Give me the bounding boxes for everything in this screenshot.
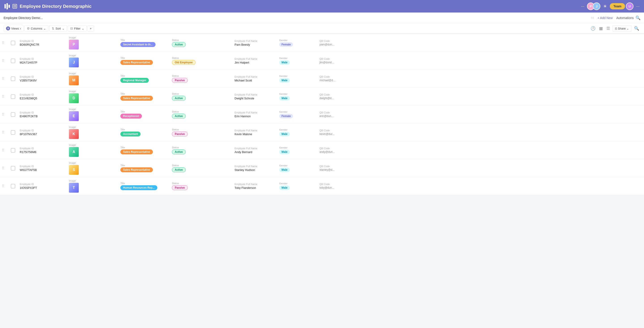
qr-value: kevin@dur... [320, 132, 361, 136]
qr-label: QR Code [320, 58, 361, 60]
row-drag-handle[interactable]: ⠿ [0, 182, 9, 190]
row-drag-handle[interactable]: ⠿ [0, 93, 9, 100]
automations-button[interactable]: Automations [616, 16, 634, 20]
toolbar-dots[interactable]: ··· [591, 16, 594, 20]
row-checkbox[interactable] [9, 111, 18, 118]
title-label: Title [120, 182, 168, 184]
status-cell: Status Active [170, 145, 233, 156]
employee-id-value: EH967F2KTB [20, 114, 65, 118]
search-button[interactable]: 🔍 [633, 25, 640, 32]
row-drag-handle[interactable]: ⠿ [0, 40, 9, 46]
add-column-button[interactable]: + [88, 25, 94, 32]
team-button[interactable]: Team [610, 3, 625, 10]
employee-list: ⠿ Employee ID BD60RQNC7R Image P Title S… [0, 34, 644, 195]
filter-button[interactable]: ⊟ Filter ⌄ [68, 25, 86, 32]
employee-photo: T [69, 183, 79, 193]
row-drag-handle[interactable]: ⠿ [0, 165, 9, 172]
employee-id-cell: Employee ID 8P107NV367 [18, 128, 67, 137]
add-new-button[interactable]: + Add New [596, 16, 614, 20]
views-chevron: › [20, 27, 21, 30]
view-icons: 🕐 ▦ ☰ [589, 25, 611, 32]
search-icon[interactable]: 🔍 [636, 16, 640, 20]
employee-id-cell: Employee ID V2B5I7SK8V [18, 74, 67, 84]
qr-cell: QR Code erin@dun... [318, 110, 362, 119]
qr-value: pam@dun... [320, 43, 361, 46]
row-checkbox[interactable] [9, 165, 18, 172]
gender-label: Gender [279, 164, 316, 167]
history-view-icon[interactable]: 🕐 [589, 25, 597, 32]
employee-id-value: M2A71HIS7P [20, 61, 65, 64]
photo-initial: E [73, 114, 75, 118]
qr-value: stanley@d... [320, 168, 361, 172]
status-cell: Status Passive [170, 73, 233, 84]
views-button[interactable]: 9 Views › [4, 25, 24, 32]
fullname-cell: Employee Full Name Erin Hannon [233, 110, 278, 119]
row-checkbox[interactable] [9, 40, 18, 46]
columns-button[interactable]: ⚙ Columns ⌄ [24, 25, 48, 32]
grid-view-icon[interactable]: ▦ [598, 25, 604, 32]
row-checkbox[interactable] [9, 147, 18, 154]
row-drag-handle[interactable]: ⠿ [0, 57, 9, 64]
gender-cell: Gender Male [278, 91, 318, 102]
fullname-value: Pam Beesly [234, 43, 276, 46]
fullname-label: Employee Full Name [234, 165, 276, 168]
list-view-icon[interactable]: ☰ [605, 25, 611, 32]
status-badge: Active [172, 114, 186, 118]
fullname-value: Kevin Malone [234, 132, 276, 136]
gender-badge: Male [279, 78, 290, 82]
app-title-dots[interactable]: ··· [581, 4, 584, 9]
share-button[interactable]: ⎙ Share ⌄ [612, 25, 632, 32]
image-cell: Image T [67, 178, 118, 194]
fullname-label: Employee Full Name [234, 129, 276, 132]
filter-icon: ⊟ [70, 26, 73, 30]
status-badge: Old Employee [172, 60, 196, 65]
table-row: ⠿ Employee ID EH967F2KTB Image E Title R… [0, 106, 644, 124]
row-checkbox[interactable] [9, 182, 18, 190]
row-checkbox[interactable] [9, 93, 18, 100]
title-label: Title [120, 128, 168, 131]
qr-cell: QR Code pam@dun... [318, 38, 362, 48]
qr-label: QR Code [320, 147, 361, 150]
app-logo [4, 3, 10, 10]
title-label: Title [120, 110, 168, 113]
avatar-2[interactable]: J [593, 2, 600, 10]
sort-button[interactable]: ⇅ Sort ⌄ [49, 25, 67, 32]
status-cell: Status Active [170, 91, 233, 102]
avatar-group[interactable]: P J [587, 2, 600, 10]
image-label: Image [69, 72, 117, 75]
fullname-cell: Employee Full Name Kevin Malone [233, 128, 278, 137]
qr-label: QR Code [320, 76, 361, 78]
fullname-value: Andy Bernard [234, 150, 276, 154]
employee-id-value: R175I756M6 [20, 150, 65, 154]
qr-cell: QR Code kevin@dur... [318, 128, 362, 137]
row-drag-handle[interactable]: ⠿ [0, 111, 9, 118]
views-label: Views [11, 27, 19, 30]
gender-label: Gender [279, 39, 316, 42]
header-more-icon[interactable]: ··· [636, 4, 640, 9]
image-label: Image [69, 162, 117, 164]
title-cell: Title Sales Representative [118, 163, 170, 174]
table-row: ⠿ Employee ID BD60RQNC7R Image P Title S… [0, 34, 644, 52]
gender-badge: Male [279, 96, 290, 100]
row-checkbox[interactable] [9, 75, 18, 82]
logo-bar-2 [6, 3, 8, 10]
image-cell: Image M [67, 71, 118, 86]
row-drag-handle[interactable]: ⠿ [0, 147, 9, 154]
gender-cell: Gender Male [278, 74, 318, 84]
user-avatar[interactable]: U [626, 2, 634, 10]
employee-id-cell: Employee ID WI0J7TAF5B [18, 164, 67, 173]
theme-icon[interactable]: ☀ [603, 4, 607, 9]
header-right: P J ☀ Team U ··· [587, 2, 640, 10]
row-checkbox[interactable] [9, 129, 18, 136]
views-badge: 9 [6, 26, 10, 30]
image-label: Image [69, 54, 117, 57]
image-label: Image [69, 90, 117, 93]
gender-cell: Gender Male [278, 56, 318, 66]
row-drag-handle[interactable]: ⠿ [0, 75, 9, 82]
row-drag-handle[interactable]: ⠿ [0, 129, 9, 136]
image-cell: Image A [67, 142, 118, 158]
qr-label: QR Code [320, 40, 361, 42]
employee-id-value: V2B5I7SK8V [20, 79, 65, 82]
photo-initial: S [73, 168, 75, 172]
row-checkbox[interactable] [9, 57, 18, 64]
